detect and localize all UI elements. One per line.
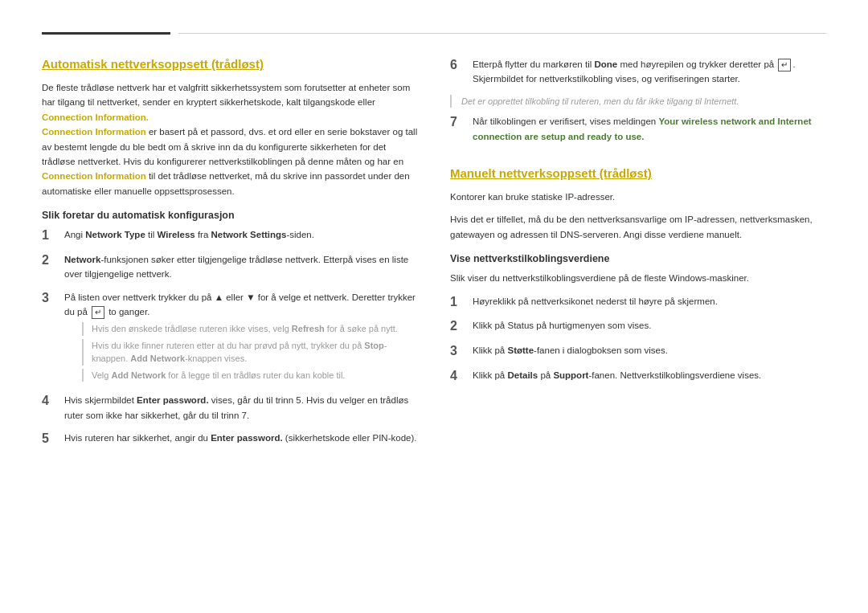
step-3: 3 På listen over nettverk trykker du på … <box>42 290 418 386</box>
connection-info-highlight3: Connection Information <box>42 171 146 181</box>
subsection-title-manual: Vise nettverkstilkoblingsverdiene <box>450 253 826 264</box>
manual-sub-intro: Slik viser du nettverkstilkoblingsverdie… <box>450 271 826 285</box>
manual-step-4: 4 Klikk på Details på Support-fanen. Net… <box>450 368 826 385</box>
left-section-title: Automatisk nettverksoppsett (trådløst) <box>42 57 418 71</box>
note-stop: Hvis du ikke finner ruteren etter at du … <box>82 339 418 366</box>
step-4: 4 Hvis skjermbildet Enter password. vise… <box>42 393 418 423</box>
manual-step-1: 1 Høyreklikk på nettverksikonet nederst … <box>450 294 826 311</box>
italic-note-connection: Det er opprettet tilkobling til ruteren,… <box>450 95 826 108</box>
right-steps-list-7: 7 Når tilkoblingen er verifisert, vises … <box>450 114 826 144</box>
right-column: 6 Etterpå flytter du markøren til Done m… <box>450 57 826 456</box>
manual-intro2: Hvis det er tilfellet, må du be den nett… <box>450 212 826 242</box>
note-refresh: Hvis den ønskede trådløse ruteren ikke v… <box>82 322 418 336</box>
auto-steps-list: 1 Angi Network Type til Wireless fra Net… <box>42 227 418 447</box>
main-columns: Automatisk nettverksoppsett (trådløst) D… <box>42 57 826 456</box>
right-steps-list: 6 Etterpå flytter du markøren til Done m… <box>450 57 826 87</box>
manual-section-title: Manuelt nettverksoppsett (trådløst) <box>450 166 826 180</box>
subsection-title-auto: Slik foretar du automatisk konfigurasjon <box>42 210 418 221</box>
connection-info-highlight1: Connection Information. <box>42 112 149 122</box>
note-add-network: Velg Add Network for å legge til en tråd… <box>82 369 418 382</box>
manual-step-3: 3 Klikk på Støtte-fanen i dialogboksen s… <box>450 343 826 360</box>
manual-section: Manuelt nettverksoppsett (trådløst) Kont… <box>450 166 826 385</box>
top-line-thin <box>178 33 826 34</box>
step-5: 5 Hvis ruteren har sikkerhet, angir du E… <box>42 431 418 447</box>
manual-step-2: 2 Klikk på Status på hurtigmenyen som vi… <box>450 318 826 335</box>
step-6: 6 Etterpå flytter du markøren til Done m… <box>450 57 826 87</box>
left-column: Automatisk nettverksoppsett (trådløst) D… <box>42 57 418 456</box>
step-7: 7 Når tilkoblingen er verifisert, vises … <box>450 114 826 144</box>
page: Automatisk nettverksoppsett (trådløst) D… <box>0 0 868 488</box>
top-line-accent <box>42 32 170 35</box>
manual-steps-list: 1 Høyreklikk på nettverksikonet nederst … <box>450 294 826 385</box>
step-1: 1 Angi Network Type til Wireless fra Net… <box>42 227 418 244</box>
step-2: 2 Network-funksjonen søker etter tilgjen… <box>42 252 418 282</box>
top-divider <box>42 32 826 35</box>
connection-info-highlight2: Connection Information <box>42 127 146 137</box>
enter-icon-6: ↵ <box>778 59 791 72</box>
success-message: Your wireless network and Internet conne… <box>473 116 812 141</box>
manual-intro1: Kontorer kan bruke statiske IP-adresser. <box>450 190 826 204</box>
enter-icon: ↵ <box>92 306 104 319</box>
intro-paragraph: De fleste trådløse nettverk har et valgf… <box>42 80 418 198</box>
